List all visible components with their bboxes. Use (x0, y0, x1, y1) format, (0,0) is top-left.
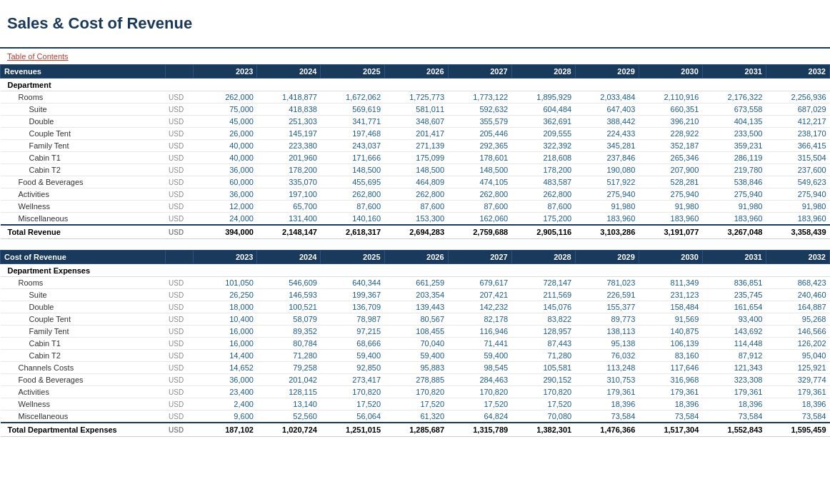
row-value: 95,040 (766, 350, 829, 362)
row-value: 538,846 (702, 176, 766, 188)
row-value: 412,217 (766, 116, 829, 128)
row-value: 170,820 (384, 386, 448, 398)
row-value: 106,139 (639, 338, 702, 350)
row-value: 60,000 (194, 176, 257, 188)
row-value: 56,064 (321, 410, 384, 423)
row-value: 126,202 (766, 338, 829, 350)
department-header-row: Department Expenses (1, 264, 830, 277)
row-value: 146,593 (257, 289, 321, 301)
row-value: 190,080 (575, 164, 639, 176)
row-value: 355,579 (448, 116, 511, 128)
row-value: 153,300 (384, 213, 448, 226)
total-value: 2,905,116 (511, 225, 575, 239)
row-value: 148,500 (321, 164, 384, 176)
row-value: 179,361 (639, 386, 702, 398)
row-value: 18,000 (194, 301, 257, 313)
row-value: 145,076 (511, 301, 575, 313)
table-row: SuiteUSD75,000418,838569,619581,011592,6… (1, 104, 830, 116)
row-value: 1,672,062 (321, 91, 384, 104)
table-row: Food & BeveragesUSD60,000335,070455,6954… (1, 176, 830, 188)
row-value: 95,268 (766, 313, 829, 326)
row-currency: USD (165, 301, 194, 313)
row-value: 661,259 (384, 277, 448, 289)
row-value: 87,443 (511, 338, 575, 350)
row-value: 93,400 (702, 313, 766, 326)
row-value: 71,441 (448, 338, 511, 350)
total-value: 394,000 (194, 225, 257, 239)
row-value: 359,231 (702, 140, 766, 152)
revenues-section: Revenues 2023 2024 2025 2026 2027 2028 2… (0, 64, 830, 239)
table-row: RoomsUSD101,050546,609640,344661,259679,… (1, 277, 830, 289)
row-value: 388,442 (575, 116, 639, 128)
year-2028: 2028 (511, 65, 575, 79)
row-currency: USD (165, 176, 194, 188)
row-value: 164,887 (766, 301, 829, 313)
row-value: 140,160 (321, 213, 384, 226)
row-currency: USD (165, 116, 194, 128)
table-row: WellnessUSD2,40013,14017,52017,52017,520… (1, 398, 830, 410)
toc-link[interactable]: Table of Contents (0, 49, 830, 64)
row-value: 59,400 (448, 350, 511, 362)
total-label: Total Revenue (1, 225, 166, 239)
row-currency: USD (165, 140, 194, 152)
row-value: 228,922 (639, 128, 702, 140)
row-value: 170,820 (448, 386, 511, 398)
row-value: 836,851 (702, 277, 766, 289)
row-value: 2,256,936 (766, 91, 829, 104)
revenues-header: Revenues (1, 65, 166, 79)
row-value: 483,587 (511, 176, 575, 188)
row-value: 183,960 (639, 213, 702, 226)
row-value: 83,160 (639, 350, 702, 362)
row-value: 170,820 (511, 386, 575, 398)
row-label: Food & Beverages (1, 374, 166, 386)
row-value: 73,584 (702, 410, 766, 423)
row-label: Cabin T1 (1, 338, 166, 350)
row-currency: USD (165, 386, 194, 398)
row-value: 275,940 (639, 188, 702, 201)
table-row: Couple TentUSD10,40058,07978,98780,56782… (1, 313, 830, 326)
row-value: 581,011 (384, 104, 448, 116)
row-value: 271,139 (384, 140, 448, 152)
row-value: 341,771 (321, 116, 384, 128)
row-value: 640,344 (321, 277, 384, 289)
row-value: 687,029 (766, 104, 829, 116)
row-value: 262,800 (321, 188, 384, 201)
table-row: DoubleUSD18,000100,521136,709139,443142,… (1, 301, 830, 313)
row-value: 12,000 (194, 201, 257, 213)
total-value: 3,191,077 (639, 225, 702, 239)
row-value: 1,895,929 (511, 91, 575, 104)
row-value: 262,800 (511, 188, 575, 201)
row-value: 2,400 (194, 398, 257, 410)
row-value: 226,591 (575, 289, 639, 301)
table-row: Channels CostsUSD14,65279,25892,85095,88… (1, 362, 830, 374)
row-value: 26,000 (194, 128, 257, 140)
row-currency: USD (165, 289, 194, 301)
row-value: 14,652 (194, 362, 257, 374)
total-row: Total Departmental ExpensesUSD187,1021,0… (1, 423, 830, 437)
row-value: 231,123 (639, 289, 702, 301)
table-row: RoomsUSD262,0001,418,8771,672,0621,725,7… (1, 91, 830, 104)
row-value: 201,417 (384, 128, 448, 140)
row-value: 203,354 (384, 289, 448, 301)
table-row: ActivitiesUSD23,400128,115170,820170,820… (1, 386, 830, 398)
row-value: 114,448 (702, 338, 766, 350)
row-value: 91,569 (639, 313, 702, 326)
total-value: 1,595,459 (766, 423, 829, 437)
row-value: 209,555 (511, 128, 575, 140)
row-value: 474,105 (448, 176, 511, 188)
row-currency: USD (165, 362, 194, 374)
row-value: 679,617 (448, 277, 511, 289)
row-value: 237,846 (575, 152, 639, 164)
row-value: 158,484 (639, 301, 702, 313)
row-value: 262,800 (448, 188, 511, 201)
row-value: 178,200 (257, 164, 321, 176)
row-label: Rooms (1, 91, 166, 104)
row-value: 170,820 (321, 386, 384, 398)
row-value: 546,609 (257, 277, 321, 289)
year-2027: 2027 (448, 65, 511, 79)
row-value: 75,000 (194, 104, 257, 116)
row-value: 18,396 (639, 398, 702, 410)
row-value: 139,443 (384, 301, 448, 313)
row-currency: USD (165, 350, 194, 362)
row-value: 73,584 (766, 410, 829, 423)
